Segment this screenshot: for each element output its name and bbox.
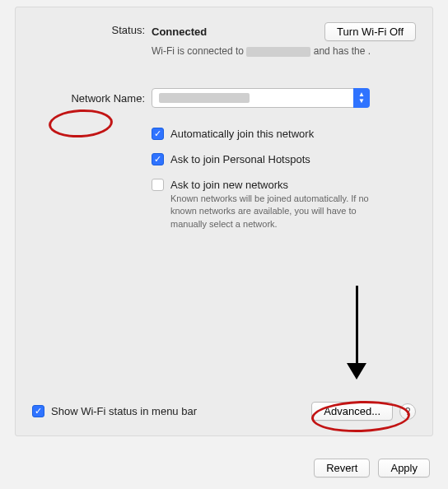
checkbox-unchecked-icon: ✓	[152, 179, 164, 191]
revert-button[interactable]: Revert	[314, 459, 370, 477]
options-group: ✓ Automatically join this network ✓ Ask …	[32, 111, 416, 231]
show-status-label: Show Wi-Fi status in menu bar	[51, 405, 197, 417]
turn-wifi-off-button[interactable]: Turn Wi-Fi Off	[324, 22, 416, 41]
ask-hotspots-checkbox-row[interactable]: ✓ Ask to join Personal Hotspots	[152, 153, 416, 165]
checkbox-checked-icon: ✓	[32, 405, 44, 417]
annotation-arrow	[347, 286, 366, 380]
redacted-selected-network	[159, 93, 250, 103]
status-subtext: Wi-Fi is connected to and has the .	[152, 44, 416, 58]
wifi-settings-panel: Status: Connected Turn Wi-Fi Off Wi-Fi i…	[15, 7, 433, 436]
panel-bottom-row: ✓ Show Wi-Fi status in menu bar Advanced…	[32, 402, 416, 421]
status-subtext-prefix: Wi-Fi is connected to	[152, 45, 246, 57]
status-row: Status: Connected Turn Wi-Fi Off Wi-Fi i…	[32, 22, 416, 58]
auto-join-label: Automatically join this network	[170, 128, 314, 140]
network-name-label: Network Name:	[32, 91, 152, 105]
window-footer: Revert Apply	[0, 436, 448, 489]
select-arrows-icon: ▲▼	[353, 88, 370, 108]
status-label: Status:	[32, 22, 152, 36]
advanced-button[interactable]: Advanced...	[311, 402, 393, 421]
ask-new-networks-label: Ask to join new networks	[170, 179, 288, 191]
auto-join-checkbox-row[interactable]: ✓ Automatically join this network	[152, 128, 416, 140]
show-status-checkbox-row[interactable]: ✓ Show Wi-Fi status in menu bar	[32, 405, 197, 417]
ask-new-networks-helper: Known networks will be joined automatica…	[170, 193, 385, 231]
ask-hotspots-label: Ask to join Personal Hotspots	[170, 153, 310, 165]
help-button[interactable]: ?	[399, 403, 416, 420]
status-value: Connected	[152, 26, 207, 38]
apply-button[interactable]: Apply	[378, 459, 430, 477]
checkbox-checked-icon: ✓	[152, 153, 164, 165]
network-name-select[interactable]: ▲▼	[152, 88, 370, 108]
ask-new-networks-checkbox-row[interactable]: ✓ Ask to join new networks	[152, 179, 416, 191]
checkbox-checked-icon: ✓	[152, 128, 164, 140]
network-name-row: Network Name: ▲▼	[32, 88, 416, 108]
status-subtext-suffix: and has the .	[310, 45, 371, 57]
redacted-network-name	[246, 47, 310, 57]
